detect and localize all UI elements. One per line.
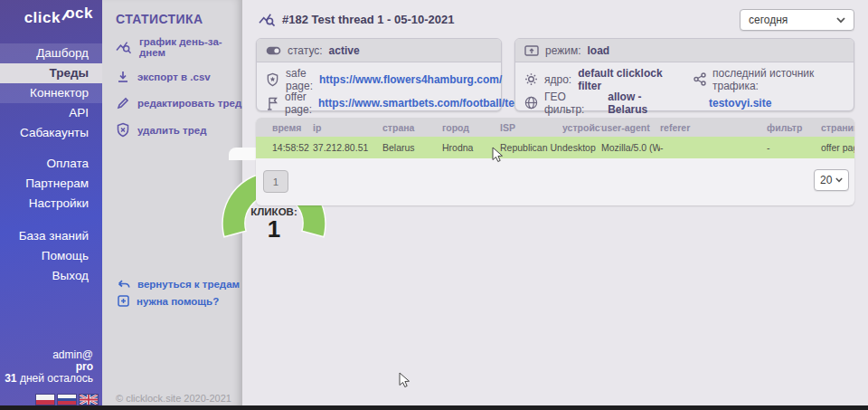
table-col-header[interactable]: страница <box>821 122 854 133</box>
mode-label: режим: <box>545 44 581 57</box>
menu-item-delete-thread[interactable]: удалить тред <box>116 122 242 138</box>
share-icon <box>693 72 706 86</box>
safe-page-link[interactable]: https://www.flowers4hamburg.com/ <box>319 73 502 86</box>
table-row[interactable]: 14:58:52 37.212.80.51 Belarus Hrodna Rep… <box>256 137 854 158</box>
language-flags <box>36 395 98 405</box>
traffic-source-link[interactable]: testovyi.site <box>709 97 771 110</box>
mode-panel-header: режим: load <box>515 39 854 62</box>
link-label: вернуться к тредам <box>137 279 240 290</box>
chevron-down-icon <box>835 177 843 183</box>
mode-panel: режим: load ядро: default clicklock filt… <box>514 38 854 111</box>
table-col-header[interactable]: фильтр <box>767 122 821 133</box>
chart-magnifier-icon <box>116 40 132 54</box>
offer-page-link[interactable]: https://www.smartbets.com/football/tea..… <box>318 97 530 110</box>
globe-icon <box>524 96 538 110</box>
safe-page-row: safe page: https://www.flowers4hamburg.c… <box>257 68 501 91</box>
sidebar-item-logout[interactable]: Выход <box>0 266 102 286</box>
copyright: © clicklock.site 2020-2021 <box>116 393 231 404</box>
safe-page-label: safe page: <box>286 67 313 92</box>
sidebar-item-help[interactable]: Помощь <box>0 246 102 266</box>
flag-icon <box>266 96 278 110</box>
sidebar-item-connector[interactable]: Коннектор <box>0 83 102 103</box>
poland-flag-icon[interactable] <box>36 395 54 405</box>
sidebar-item-settings[interactable]: Настройки <box>0 194 102 214</box>
table-header-row: время ip страна город ISP устройство use… <box>256 118 854 137</box>
status-panel: статус: active safe page: https://www.fl… <box>256 38 502 111</box>
menu-item-label: удалить тред <box>137 125 206 136</box>
menu-item-edit-thread[interactable]: редактировать тред <box>116 96 242 110</box>
table-cell-referer: - <box>660 142 767 153</box>
gear-icon <box>524 72 538 86</box>
chart-magnifier-icon <box>259 12 276 27</box>
main-content: #182 Test thread 1 - 05-10-2021 сегодня … <box>242 0 868 405</box>
traffic-source-row: последний источник трафика: <box>684 68 854 91</box>
table-cell-country: Belarus <box>382 142 442 153</box>
menu-item-label: редактировать тред <box>137 98 241 109</box>
offer-page-label: offer page: <box>285 91 312 116</box>
core-value: default clicklock filter <box>578 67 675 92</box>
user-info: admin@ pro 31 дней осталось <box>5 349 93 385</box>
table-col-header[interactable]: время <box>256 122 313 133</box>
geo-filter-value: allow - Belarus <box>608 91 675 116</box>
logo-text-raised: ock <box>65 5 93 23</box>
core-label: ядро: <box>544 73 571 86</box>
user-days-left: 31 дней осталось <box>5 373 93 385</box>
table-col-header[interactable]: страна <box>382 122 442 133</box>
statistics-menu: график день-за-днем экспорт в .csv редак… <box>116 36 242 149</box>
pencil-icon <box>116 96 130 110</box>
table-col-header[interactable]: устройство <box>562 122 601 133</box>
russia-flag-icon[interactable] <box>58 395 76 405</box>
mode-value: load <box>588 44 610 57</box>
table-cell-user-agent: Mozilla/5.0 (Win... <box>601 142 660 153</box>
bottom-bar <box>0 405 868 410</box>
table-col-header[interactable]: ISP <box>500 122 562 133</box>
sidebar-item-dashboard[interactable]: Дашборд <box>0 43 102 63</box>
menu-item-export-csv[interactable]: экспорт в .csv <box>116 70 242 84</box>
shield-x-icon <box>116 122 130 138</box>
uk-flag-icon[interactable] <box>80 395 98 405</box>
sidebar: clicklock Дашборд Треды Коннектор API Са… <box>0 0 102 405</box>
statistics-panel: СТАТИСТИКА график день-за-днем экспорт в… <box>102 0 242 405</box>
statistics-title: СТАТИСТИКА <box>116 12 203 26</box>
undo-arrow-icon <box>118 280 130 290</box>
pagination-page-button[interactable]: 1 <box>263 170 288 193</box>
monitor-arrow-icon <box>524 45 539 56</box>
traffic-source-link-row: testovyi.site <box>684 91 854 114</box>
app-logo[interactable]: clicklock <box>24 9 93 27</box>
table-col-header[interactable]: user-agent <box>601 122 660 133</box>
sidebar-item-threads[interactable]: Треды <box>0 63 102 83</box>
back-to-threads-link[interactable]: вернуться к тредам <box>118 279 240 290</box>
period-select-value: сегодня <box>749 14 788 26</box>
period-select[interactable]: сегодня <box>740 9 854 31</box>
table-col-header[interactable]: referer <box>660 122 767 133</box>
mouse-cursor <box>399 372 410 388</box>
core-row: ядро: default clicklock filter <box>515 68 684 91</box>
mouse-cursor <box>492 147 504 163</box>
table-col-header[interactable]: город <box>442 122 500 133</box>
table-cell-device: desktop <box>562 142 601 153</box>
sidebar-item-partners[interactable]: Партнерам <box>0 174 102 194</box>
sidebar-item-knowledge-base[interactable]: База знаний <box>0 226 102 246</box>
menu-item-label: график день-за-днем <box>139 36 242 58</box>
help-plus-box-icon <box>118 295 129 307</box>
chevron-down-icon <box>836 17 845 24</box>
sidebar-item-api[interactable]: API <box>0 103 102 123</box>
menu-item-day-by-day-chart[interactable]: график день-за-днем <box>116 36 242 58</box>
toggle-icon <box>266 46 281 55</box>
traffic-source-label: последний источник трафика: <box>712 67 844 92</box>
sidebar-nav: Дашборд Треды Коннектор API Сабакаунты О… <box>0 43 102 286</box>
sidebar-item-payment[interactable]: Оплата <box>0 154 102 174</box>
table-col-header[interactable]: ip <box>313 122 382 133</box>
table-cell-isp: Republican Unita... <box>500 142 562 153</box>
status-panel-header: статус: active <box>257 39 501 62</box>
need-help-link[interactable]: нужна помощь? <box>118 295 219 307</box>
page-size-select[interactable]: 20 <box>814 169 849 191</box>
traffic-table-panel: время ip страна город ISP устройство use… <box>256 118 854 205</box>
table-cell-time: 14:58:52 <box>256 142 313 153</box>
page-title: #182 Test thread 1 - 05-10-2021 <box>282 13 455 26</box>
table-cell-page: offer page <box>821 142 854 153</box>
offer-page-row: offer page: https://www.smartbets.com/fo… <box>257 91 501 114</box>
sidebar-item-subaccounts[interactable]: Сабакаунты <box>0 123 102 143</box>
table-cell-filter: - <box>767 142 821 153</box>
status-value: active <box>329 44 360 57</box>
